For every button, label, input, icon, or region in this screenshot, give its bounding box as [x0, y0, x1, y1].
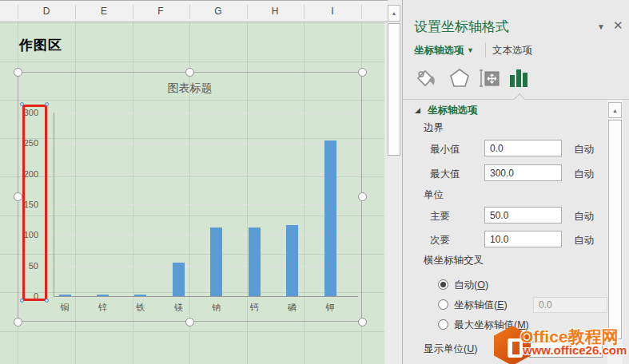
section-title[interactable]: 坐标轴选项 — [428, 104, 478, 117]
section-expand-icon[interactable]: ◢ — [415, 106, 420, 114]
label-text: ) — [504, 299, 508, 311]
minor-unit-input[interactable] — [484, 231, 562, 247]
column-separator — [247, 5, 248, 19]
pane-scroll-up-button[interactable]: ▲ — [608, 102, 622, 118]
maximum-auto-button[interactable]: 自动 — [574, 168, 594, 181]
plot-area-caption: 作图区 — [19, 36, 62, 54]
chart-selection-handle[interactable] — [185, 318, 194, 326]
column-header-row: DEFGHI — [0, 0, 388, 22]
format-axis-pane: 设置坐标轴格式 ▼ ✕ 坐标轴选项 ▼ 文本选项 — [403, 0, 629, 364]
label-text: 自动( — [454, 279, 477, 291]
tab-dropdown-icon[interactable]: ▼ — [467, 46, 474, 54]
axis-selection-handle[interactable] — [45, 299, 49, 303]
label-text: 坐标轴值( — [454, 299, 497, 311]
chart-selection-handle[interactable] — [358, 192, 367, 201]
minor-auto-button[interactable]: 自动 — [574, 234, 594, 247]
worksheet-scrollbar[interactable]: ▲ — [388, 0, 401, 364]
chart-selection-handle[interactable] — [14, 318, 22, 326]
column-separator — [361, 5, 362, 19]
major-auto-button[interactable]: 自动 — [574, 210, 594, 224]
column-separator — [75, 5, 76, 19]
axis-selection-handle[interactable] — [20, 102, 24, 106]
chart-selection-handle[interactable] — [14, 68, 22, 77]
selected-icon-notch — [514, 93, 525, 105]
chart-selection-handle[interactable] — [358, 68, 367, 77]
chevron-down-icon[interactable]: ▼ — [597, 22, 605, 31]
chart-selection-handle[interactable] — [358, 318, 367, 326]
chart-selection-handle[interactable] — [185, 68, 194, 77]
excel-window: DEFGHI 作图区 图表标题 050100150200250300铜锌铁镁钠钙… — [0, 0, 629, 364]
label-text: 显示单位( — [424, 343, 467, 354]
pane-scrollbar[interactable]: ▲ — [607, 100, 623, 364]
label-text: 最大坐标轴值( — [454, 319, 517, 330]
tab-text-options[interactable]: 文本选项 — [492, 44, 532, 57]
access-key: O — [477, 279, 485, 291]
column-separator — [133, 5, 133, 19]
minimum-input[interactable] — [484, 140, 562, 156]
display-units-label: 显示单位(U) — [424, 342, 477, 356]
radio-axis-value-label: 坐标轴值(E) — [454, 299, 508, 312]
minor-unit-label: 次要 — [430, 234, 450, 247]
units-group-label: 单位 — [424, 188, 444, 202]
worksheet-gridline — [0, 331, 384, 332]
radio-max-axis-value-label: 最大坐标轴值(M) — [454, 318, 529, 332]
minimum-label: 最小值 — [430, 143, 460, 156]
axis-selection-handle[interactable] — [45, 102, 49, 106]
size-properties-icon[interactable] — [476, 65, 504, 91]
axis-highlight-box — [22, 105, 47, 301]
access-key: U — [467, 343, 474, 354]
pane-scroll-thumb[interactable] — [608, 120, 622, 339]
scroll-up-button[interactable]: ▲ — [388, 5, 400, 22]
access-key: E — [497, 299, 504, 311]
scroll-thumb[interactable] — [388, 23, 400, 156]
radio-max-axis-value[interactable] — [438, 319, 448, 330]
radio-axis-value[interactable] — [438, 299, 448, 310]
major-unit-input[interactable] — [484, 207, 562, 224]
access-key: M — [517, 319, 525, 330]
fill-line-icon[interactable] — [412, 65, 440, 91]
axis-options-chart-icon[interactable] — [505, 65, 532, 91]
column-header-H[interactable]: H — [263, 6, 287, 17]
label-text: ) — [526, 319, 529, 330]
display-units-dropdown[interactable] — [529, 342, 603, 358]
major-unit-label: 主要 — [430, 210, 450, 224]
column-separator — [304, 5, 305, 19]
maximum-input[interactable] — [484, 164, 562, 181]
crosses-group-label: 横坐标轴交叉 — [424, 254, 484, 267]
effects-icon[interactable] — [446, 65, 473, 91]
radio-automatic[interactable] — [438, 279, 448, 290]
pane-title: 设置坐标轴格式 — [414, 18, 509, 36]
bounds-group-label: 边界 — [424, 121, 444, 135]
label-text: ) — [485, 279, 488, 291]
tab-axis-options[interactable]: 坐标轴选项 — [414, 44, 464, 57]
minimum-auto-button[interactable]: 自动 — [574, 143, 594, 156]
column-separator — [18, 5, 18, 19]
column-header-D[interactable]: D — [34, 6, 58, 17]
worksheet: DEFGHI 作图区 图表标题 050100150200250300铜锌铁镁钠钙… — [0, 0, 388, 364]
radio-automatic-label: 自动(O) — [454, 279, 488, 292]
column-header-I[interactable]: I — [320, 6, 344, 17]
axis-selection-handle[interactable] — [20, 299, 24, 303]
column-header-F[interactable]: F — [149, 6, 173, 17]
column-header-G[interactable]: G — [206, 6, 230, 17]
close-icon[interactable]: ✕ — [613, 18, 623, 33]
worksheet-gridline — [0, 61, 384, 62]
column-header-E[interactable]: E — [92, 6, 116, 17]
axis-value-input — [533, 297, 607, 313]
maximum-label: 最大值 — [430, 168, 460, 181]
tab-separator — [485, 42, 486, 57]
chart-selection-handle[interactable] — [14, 192, 22, 201]
chart-selection-border[interactable] — [18, 72, 362, 322]
column-separator — [189, 5, 190, 19]
label-text: ) — [474, 343, 477, 354]
